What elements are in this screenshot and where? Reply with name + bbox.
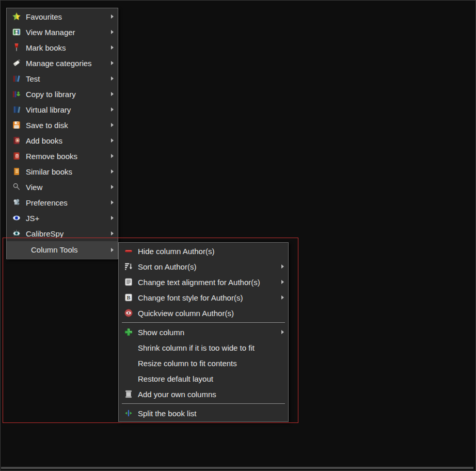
menu-item-test[interactable]: Test bbox=[7, 71, 118, 86]
submenu-arrow-icon bbox=[111, 231, 114, 236]
menu-item-label: Remove books bbox=[26, 152, 108, 161]
menu-item-label: Change font style for Author(s) bbox=[138, 293, 278, 302]
submenu-arrow-icon bbox=[111, 154, 114, 158]
menu-item-label: Preferences bbox=[26, 198, 108, 207]
window-bottom-edge bbox=[1, 467, 473, 469]
add-book-icon bbox=[11, 135, 22, 146]
column-tools-submenu: Hide column Author(s)Sort on Author(s)Ch… bbox=[118, 242, 289, 422]
menu-item-remove-books[interactable]: Remove books bbox=[7, 148, 118, 164]
virtual-library-icon bbox=[11, 104, 22, 115]
column-pillar-icon bbox=[123, 389, 134, 399]
floppy-disk-icon bbox=[11, 120, 22, 130]
split-icon bbox=[123, 408, 134, 418]
menu-item-view[interactable]: View bbox=[7, 179, 118, 195]
menu-item-label: Copy to library bbox=[26, 90, 108, 99]
menu-item-quickview-column-author-s[interactable]: Quickview column Author(s) bbox=[119, 305, 288, 321]
menu-item-favourites[interactable]: Favourites bbox=[7, 9, 118, 24]
menu-item-virtual-library[interactable]: Virtual library bbox=[7, 102, 118, 117]
submenu-arrow-icon bbox=[111, 30, 114, 34]
copy-library-icon bbox=[11, 89, 22, 99]
icon-placeholder bbox=[123, 358, 134, 368]
menu-item-label: View bbox=[26, 183, 108, 192]
menu-item-restore-default-layout[interactable]: Restore default layout bbox=[119, 371, 288, 386]
menu-separator bbox=[122, 403, 285, 404]
submenu-arrow-icon bbox=[111, 45, 114, 50]
remove-book-icon bbox=[11, 151, 22, 161]
menu-item-label: Virtual library bbox=[26, 105, 108, 114]
submenu-arrow-icon bbox=[111, 76, 114, 81]
menu-item-preferences[interactable]: Preferences bbox=[7, 195, 118, 210]
menu-item-add-your-own-columns[interactable]: Add your own columns bbox=[119, 386, 288, 402]
hide-column-icon bbox=[123, 246, 134, 256]
view-manager-icon bbox=[11, 27, 22, 37]
magnifier-icon bbox=[11, 182, 22, 192]
menu-item-copy-to-library[interactable]: Copy to library bbox=[7, 86, 118, 102]
quickview-eye-icon bbox=[123, 308, 134, 318]
tag-icon bbox=[11, 58, 22, 68]
submenu-arrow-icon bbox=[111, 138, 114, 143]
menu-item-label: Manage categories bbox=[26, 59, 108, 68]
green-plus-icon bbox=[123, 327, 134, 337]
submenu-arrow-icon bbox=[111, 92, 114, 96]
icon-placeholder bbox=[123, 373, 134, 384]
menu-separator bbox=[122, 322, 285, 323]
submenu-arrow-icon bbox=[281, 280, 284, 284]
menu-item-shrink-column-if-it-is-too-wide-to-fit[interactable]: Shrink column if it is too wide to fit bbox=[119, 340, 288, 355]
menu-item-label: Save to disk bbox=[26, 121, 108, 130]
submenu-arrow-icon bbox=[111, 107, 114, 112]
menu-item-label: CalibreSpy bbox=[26, 229, 108, 238]
preferences-icon bbox=[11, 197, 22, 208]
menu-item-js[interactable]: JS+ bbox=[7, 210, 118, 226]
menu-item-label: View Manager bbox=[26, 28, 108, 37]
icon-placeholder bbox=[123, 342, 134, 353]
favourites-star-icon bbox=[11, 11, 22, 22]
submenu-arrow-icon bbox=[111, 185, 114, 189]
menu-item-calibrespy[interactable]: CalibreSpy bbox=[7, 226, 118, 241]
menu-item-label: Column Tools bbox=[26, 245, 108, 254]
menu-item-column-tools[interactable]: Column Tools bbox=[7, 241, 118, 258]
menu-item-label: Test bbox=[26, 74, 108, 83]
menu-item-sort-on-author-s[interactable]: Sort on Author(s) bbox=[119, 259, 288, 274]
menu-item-label: Change text alignment for Author(s) bbox=[138, 278, 278, 287]
submenu-arrow-icon bbox=[111, 248, 114, 252]
menu-item-label: Sort on Author(s) bbox=[138, 262, 278, 271]
menu-item-label: Restore default layout bbox=[138, 374, 284, 383]
menu-item-label: Add books bbox=[26, 136, 108, 145]
submenu-arrow-icon bbox=[111, 61, 114, 65]
menu-item-change-font-style-for-author-s[interactable]: BChange font style for Author(s) bbox=[119, 290, 288, 305]
menu-item-add-books[interactable]: Add books bbox=[7, 133, 118, 148]
submenu-arrow-icon bbox=[111, 14, 114, 19]
spy-eye-icon bbox=[11, 228, 22, 239]
menu-item-label: Quickview column Author(s) bbox=[138, 309, 284, 318]
submenu-arrow-icon bbox=[281, 264, 284, 269]
main-context-menu: FavouritesView ManagerMark booksManage c… bbox=[6, 8, 118, 259]
menu-item-similar-books[interactable]: Similar books bbox=[7, 164, 118, 179]
sort-icon bbox=[123, 261, 134, 272]
desktop-screenshot: FavouritesView ManagerMark booksManage c… bbox=[0, 0, 476, 471]
menu-item-resize-column-to-fit-contents[interactable]: Resize column to fit contents bbox=[119, 355, 288, 371]
menu-item-split-the-book-list[interactable]: Split the book list bbox=[119, 405, 288, 421]
menu-item-view-manager[interactable]: View Manager bbox=[7, 24, 118, 40]
menu-item-label: Similar books bbox=[26, 167, 108, 176]
pushpin-icon bbox=[11, 42, 22, 53]
menu-item-mark-books[interactable]: Mark books bbox=[7, 40, 118, 55]
menu-item-save-to-disk[interactable]: Save to disk bbox=[7, 117, 118, 133]
menu-item-show-column[interactable]: Show column bbox=[119, 324, 288, 340]
menu-item-hide-column-author-s[interactable]: Hide column Author(s) bbox=[119, 243, 288, 259]
submenu-arrow-icon bbox=[281, 330, 284, 334]
submenu-arrow-icon bbox=[111, 123, 114, 127]
menu-item-label: Resize column to fit contents bbox=[138, 359, 284, 368]
menu-item-label: Split the book list bbox=[138, 409, 284, 418]
menu-item-label: Mark books bbox=[26, 43, 108, 52]
icon-placeholder bbox=[11, 245, 22, 255]
menu-item-label: Show column bbox=[138, 328, 278, 337]
svg-text:B: B bbox=[127, 295, 131, 301]
text-align-icon bbox=[123, 277, 134, 287]
menu-item-label: Hide column Author(s) bbox=[138, 247, 284, 256]
submenu-arrow-icon bbox=[111, 200, 114, 205]
menu-item-manage-categories[interactable]: Manage categories bbox=[7, 55, 118, 71]
submenu-arrow-icon bbox=[111, 216, 114, 220]
menu-item-label: Shrink column if it is too wide to fit bbox=[138, 343, 284, 352]
menu-item-change-text-alignment-for-author-s[interactable]: Change text alignment for Author(s) bbox=[119, 274, 288, 290]
submenu-arrow-icon bbox=[111, 169, 114, 174]
